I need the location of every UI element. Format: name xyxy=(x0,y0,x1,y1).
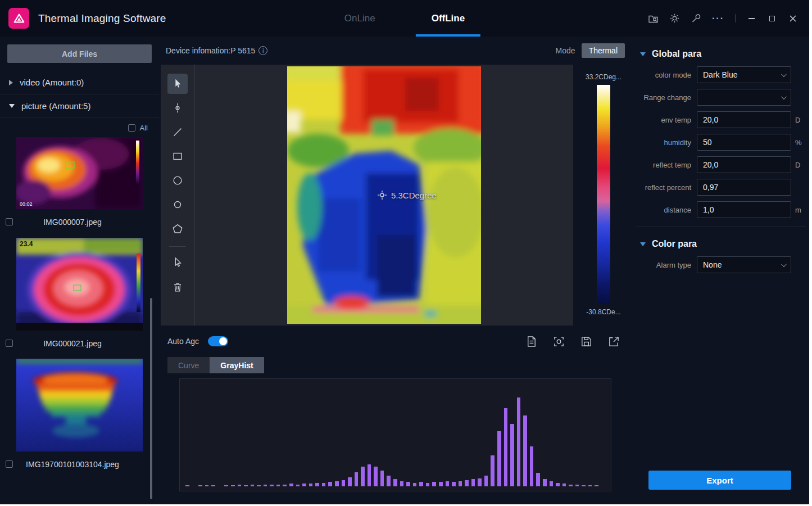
histogram-bar xyxy=(569,485,573,486)
thumbnail-img19700101[interactable] xyxy=(16,359,143,451)
histogram-bar xyxy=(562,484,566,486)
panel-divider xyxy=(636,227,806,227)
histogram-bar xyxy=(530,446,534,486)
humidity-unit: % xyxy=(795,138,802,147)
histogram-bar xyxy=(276,485,280,486)
tool-cursor[interactable] xyxy=(167,74,188,94)
group-picture[interactable]: picture (Amount:5) xyxy=(0,94,159,118)
auto-agc-toggle[interactable] xyxy=(208,336,228,346)
distance-unit: m xyxy=(795,206,801,214)
spot-crosshair-icon xyxy=(377,190,387,200)
select-all-checkbox[interactable] xyxy=(128,124,135,132)
file-checkbox[interactable] xyxy=(6,460,13,468)
histogram-bar xyxy=(439,482,443,486)
list-item: IMG19700101003104.jpeg xyxy=(0,359,159,471)
group-video-label: video (Amount:0) xyxy=(20,78,84,87)
select-all-label: All xyxy=(140,124,148,132)
export-button[interactable]: Export xyxy=(648,471,791,490)
range-change-label: Range change xyxy=(634,93,691,102)
histogram-bar xyxy=(348,477,352,486)
save-icon[interactable] xyxy=(580,335,593,348)
alarm-type-select[interactable]: None xyxy=(697,256,791,273)
tab-curve[interactable]: Curve xyxy=(167,357,210,373)
capture-focus-icon[interactable] xyxy=(552,335,565,348)
chart-tabs: Curve GrayHist xyxy=(167,357,634,373)
reflect-temp-label: reflect temp xyxy=(634,161,691,169)
tab-offline[interactable]: OffLine xyxy=(424,0,473,37)
histogram-bar xyxy=(575,485,579,486)
histogram-bar xyxy=(296,485,300,486)
wrench-icon[interactable] xyxy=(691,13,701,24)
tab-grayhist[interactable]: GrayHist xyxy=(210,357,264,373)
thumbnail-img000021[interactable]: 23.4 xyxy=(16,238,143,331)
histogram-bar xyxy=(510,424,514,486)
tool-ellipse[interactable] xyxy=(167,195,188,215)
histogram-bar xyxy=(380,471,384,486)
tool-circle[interactable] xyxy=(167,170,188,191)
histogram-bar xyxy=(387,476,391,486)
sidebar-scrollbar[interactable] xyxy=(150,298,152,499)
spot-annotation-text: 5.3CDegree xyxy=(391,191,437,200)
app-window: Thermal Imaging Software OnLine OffLine xyxy=(0,0,809,504)
histogram-bar xyxy=(374,467,378,486)
histogram-bar xyxy=(289,484,293,486)
mode-thermal-button[interactable]: Thermal xyxy=(582,43,625,58)
scale-min-label: -30.8CDe... xyxy=(586,308,620,316)
thumbnail-img000007[interactable]: 00:02 xyxy=(16,137,143,209)
minimize-button[interactable] xyxy=(746,13,756,24)
report-document-icon[interactable] xyxy=(525,335,538,348)
maximize-button[interactable] xyxy=(767,13,777,24)
main-tabs: OnLine OffLine xyxy=(337,0,473,37)
more-options-icon[interactable] xyxy=(712,13,724,24)
chevron-down-icon xyxy=(781,94,787,100)
share-export-icon[interactable] xyxy=(607,335,620,348)
app-title: Thermal Imaging Software xyxy=(38,12,166,25)
tool-polygon[interactable] xyxy=(167,219,188,239)
add-files-button[interactable]: Add Files xyxy=(7,44,152,63)
histogram-bar xyxy=(426,483,430,486)
thermal-image[interactable]: 5.3CDegree xyxy=(287,66,481,324)
reflect-percent-field[interactable] xyxy=(697,179,791,196)
color-para-section[interactable]: Color para xyxy=(634,234,809,254)
reflect-temp-unit: D xyxy=(795,161,800,169)
histogram-bar xyxy=(400,481,404,486)
chevron-down-icon xyxy=(9,104,15,108)
thumbnail-timestamp: 00:02 xyxy=(20,201,33,207)
histogram-bar xyxy=(328,482,332,486)
select-all-row: All xyxy=(0,118,159,137)
file-checkbox[interactable] xyxy=(6,340,13,347)
folder-search-icon[interactable] xyxy=(648,13,659,24)
close-button[interactable] xyxy=(788,13,798,24)
histogram-bar xyxy=(595,485,598,486)
chevron-down-icon xyxy=(781,261,787,267)
range-change-select[interactable] xyxy=(697,89,791,106)
chevron-right-icon xyxy=(9,80,13,85)
histogram-bar xyxy=(588,485,592,486)
file-name: IMG000007.jpeg xyxy=(19,216,126,229)
color-mode-select[interactable]: Dark Blue xyxy=(697,66,791,83)
tool-delete[interactable] xyxy=(167,277,188,297)
tool-rectangle[interactable] xyxy=(167,146,188,166)
chevron-down-icon xyxy=(781,71,787,77)
file-checkbox[interactable] xyxy=(6,218,13,225)
info-icon[interactable] xyxy=(258,46,267,55)
histogram-bar xyxy=(368,464,371,487)
alarm-type-label: Alarm type xyxy=(634,261,691,269)
histogram-bar xyxy=(309,484,313,486)
global-para-section[interactable]: Global para xyxy=(634,44,809,64)
env-temp-field[interactable] xyxy=(697,111,791,128)
settings-gear-icon[interactable] xyxy=(669,13,680,24)
image-canvas: 5.3CDegree xyxy=(161,65,573,326)
tool-spot-point[interactable] xyxy=(167,98,188,118)
group-video[interactable]: video (Amount:0) xyxy=(0,71,159,94)
tab-online[interactable]: OnLine xyxy=(337,0,383,37)
histogram-bar xyxy=(342,480,346,486)
histogram-bar xyxy=(413,483,417,486)
titlebar-icons xyxy=(648,13,809,24)
distance-field[interactable] xyxy=(697,201,791,218)
tool-line[interactable] xyxy=(167,122,188,142)
reflect-temp-field[interactable] xyxy=(697,156,791,173)
main-area: Device infomation:P 5615 Mode Thermal xyxy=(159,37,634,504)
humidity-field[interactable] xyxy=(697,134,791,151)
tool-select[interactable] xyxy=(167,252,188,273)
